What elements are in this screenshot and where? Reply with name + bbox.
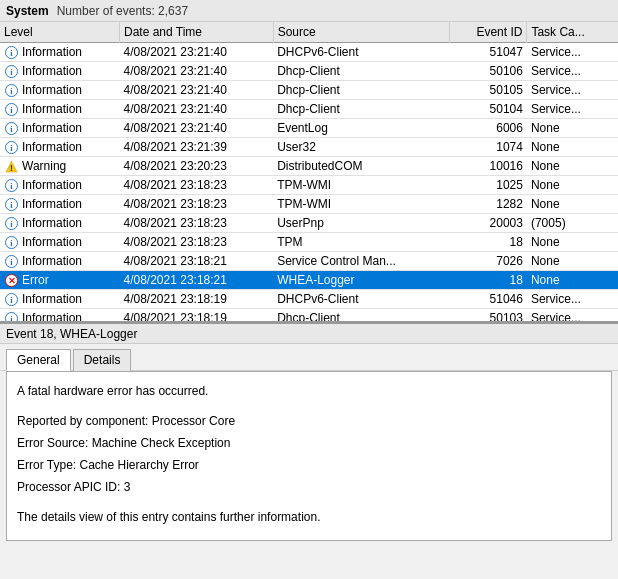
cell-datetime: 4/08/2021 23:21:40: [120, 62, 274, 81]
cell-source: Dhcp-Client: [273, 100, 449, 119]
cell-eventid: 18: [450, 271, 527, 290]
table-header-row: Level Date and Time Source Event ID Task…: [0, 22, 618, 43]
tab-details[interactable]: Details: [73, 349, 132, 371]
warning-icon: !: [4, 159, 18, 173]
col-header-eventid[interactable]: Event ID: [450, 22, 527, 43]
cell-level: i Information: [0, 100, 120, 119]
cell-taskcat: Service...: [527, 43, 618, 62]
col-header-taskcat[interactable]: Task Ca...: [527, 22, 618, 43]
cell-eventid: 50105: [450, 81, 527, 100]
cell-eventid: 1074: [450, 138, 527, 157]
table-row[interactable]: i Information 4/08/2021 23:18:21 Service…: [0, 252, 618, 271]
detail-line5: Error Type: Cache Hierarchy Error: [17, 456, 601, 474]
cell-source: Dhcp-Client: [273, 309, 449, 323]
svg-text:✕: ✕: [7, 276, 15, 286]
table-row[interactable]: ! Warning 4/08/2021 23:20:23 Distributed…: [0, 157, 618, 176]
table-row[interactable]: i Information 4/08/2021 23:21:40 EventLo…: [0, 119, 618, 138]
info-icon: i: [4, 197, 18, 211]
cell-datetime: 4/08/2021 23:21:40: [120, 100, 274, 119]
cell-source: Service Control Man...: [273, 252, 449, 271]
cell-taskcat: Service...: [527, 81, 618, 100]
level-label: Information: [22, 216, 82, 230]
info-icon: i: [4, 235, 18, 249]
cell-taskcat: Service...: [527, 309, 618, 323]
table-row[interactable]: i Information 4/08/2021 23:21:39 User32 …: [0, 138, 618, 157]
info-icon: i: [4, 292, 18, 306]
table-row[interactable]: i Information 4/08/2021 23:21:40 Dhcp-Cl…: [0, 81, 618, 100]
cell-eventid: 1282: [450, 195, 527, 214]
table-row[interactable]: i Information 4/08/2021 23:18:19 DHCPv6-…: [0, 290, 618, 309]
cell-eventid: 20003: [450, 214, 527, 233]
cell-level: i Information: [0, 81, 120, 100]
col-header-level[interactable]: Level: [0, 22, 120, 43]
cell-source: TPM: [273, 233, 449, 252]
cell-datetime: 4/08/2021 23:18:21: [120, 252, 274, 271]
info-icon: i: [4, 64, 18, 78]
detail-line8: The details view of this entry contains …: [17, 508, 601, 526]
cell-datetime: 4/08/2021 23:21:40: [120, 81, 274, 100]
level-label: Information: [22, 83, 82, 97]
cell-source: UserPnp: [273, 214, 449, 233]
info-icon: i: [4, 178, 18, 192]
window-title: System: [6, 4, 49, 18]
cell-level: i Information: [0, 195, 120, 214]
table-row[interactable]: i Information 4/08/2021 23:18:23 TPM-WMI…: [0, 195, 618, 214]
cell-taskcat: (7005): [527, 214, 618, 233]
cell-taskcat: None: [527, 157, 618, 176]
table-row[interactable]: i Information 4/08/2021 23:21:40 Dhcp-Cl…: [0, 100, 618, 119]
level-label: Information: [22, 197, 82, 211]
table-row[interactable]: i Information 4/08/2021 23:18:23 TPM-WMI…: [0, 176, 618, 195]
cell-eventid: 7026: [450, 252, 527, 271]
cell-level: i Information: [0, 62, 120, 81]
info-icon: i: [4, 121, 18, 135]
cell-datetime: 4/08/2021 23:18:19: [120, 290, 274, 309]
cell-datetime: 4/08/2021 23:21:40: [120, 119, 274, 138]
cell-level: i Information: [0, 290, 120, 309]
col-header-source[interactable]: Source: [273, 22, 449, 43]
level-label: Information: [22, 102, 82, 116]
cell-datetime: 4/08/2021 23:18:23: [120, 233, 274, 252]
cell-level: i Information: [0, 252, 120, 271]
level-label: Information: [22, 121, 82, 135]
col-header-datetime[interactable]: Date and Time: [120, 22, 274, 43]
table-row[interactable]: ✕ Error 4/08/2021 23:18:21 WHEA-Logger 1…: [0, 271, 618, 290]
cell-eventid: 50103: [450, 309, 527, 323]
cell-level: i Information: [0, 309, 120, 323]
cell-taskcat: None: [527, 119, 618, 138]
event-table: Level Date and Time Source Event ID Task…: [0, 22, 618, 322]
tabs-row: General Details: [0, 344, 618, 371]
info-icon: i: [4, 254, 18, 268]
info-icon: i: [4, 140, 18, 154]
info-icon: i: [4, 311, 18, 322]
info-icon: i: [4, 102, 18, 116]
cell-level: ✕ Error: [0, 271, 120, 290]
cell-datetime: 4/08/2021 23:21:40: [120, 43, 274, 62]
cell-eventid: 6006: [450, 119, 527, 138]
tab-general[interactable]: General: [6, 349, 71, 371]
table-row[interactable]: i Information 4/08/2021 23:18:23 UserPnp…: [0, 214, 618, 233]
cell-eventid: 50104: [450, 100, 527, 119]
svg-text:!: !: [10, 163, 13, 173]
cell-datetime: 4/08/2021 23:18:23: [120, 214, 274, 233]
table-row[interactable]: i Information 4/08/2021 23:18:19 Dhcp-Cl…: [0, 309, 618, 323]
table-row[interactable]: i Information 4/08/2021 23:18:23 TPM 18 …: [0, 233, 618, 252]
event-count: Number of events: 2,637: [57, 4, 188, 18]
level-label: Information: [22, 235, 82, 249]
level-label: Information: [22, 292, 82, 306]
cell-eventid: 51047: [450, 43, 527, 62]
cell-source: TPM-WMI: [273, 195, 449, 214]
level-label: Error: [22, 273, 49, 287]
detail-title: Event 18, WHEA-Logger: [6, 327, 137, 341]
cell-taskcat: None: [527, 271, 618, 290]
cell-taskcat: None: [527, 252, 618, 271]
cell-datetime: 4/08/2021 23:18:19: [120, 309, 274, 323]
cell-eventid: 50106: [450, 62, 527, 81]
table-row[interactable]: i Information 4/08/2021 23:21:40 DHCPv6-…: [0, 43, 618, 62]
level-label: Information: [22, 254, 82, 268]
info-icon: i: [4, 216, 18, 230]
cell-taskcat: None: [527, 195, 618, 214]
cell-datetime: 4/08/2021 23:18:21: [120, 271, 274, 290]
event-table-container[interactable]: Level Date and Time Source Event ID Task…: [0, 22, 618, 322]
cell-source: WHEA-Logger: [273, 271, 449, 290]
table-row[interactable]: i Information 4/08/2021 23:21:40 Dhcp-Cl…: [0, 62, 618, 81]
